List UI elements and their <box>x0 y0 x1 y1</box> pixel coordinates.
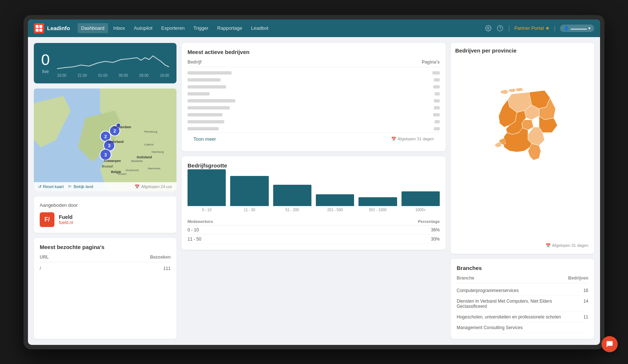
bar-51-200: 51 - 200 <box>273 185 311 212</box>
svg-text:Essen: Essen <box>118 172 126 176</box>
branch-count-0: 16 <box>584 288 588 293</box>
bar-0-10-bar <box>188 169 226 206</box>
bar-51-200-bar <box>273 185 311 206</box>
companies-card: Meest actieve bedrijven Bedrijf Pagina's <box>182 43 446 151</box>
live-number: 0 <box>41 52 50 68</box>
logo-icon <box>34 23 44 33</box>
svg-text:2: 2 <box>114 129 116 134</box>
branches-col-branch: Branche <box>457 275 474 281</box>
nav-autopilot[interactable]: Autopilot <box>130 23 156 33</box>
svg-rect-1 <box>39 25 42 28</box>
nav-inbox[interactable]: Inbox <box>110 23 129 33</box>
branch-row-2: Hogescholen, universiteiten en professio… <box>457 312 588 322</box>
table-row <box>188 69 440 76</box>
provinces-period: 📅 Afgelopen 31 dagen <box>455 240 590 249</box>
right-column: Bedrijven per provincie <box>451 43 594 339</box>
svg-text:Hannover: Hannover <box>148 167 161 170</box>
nav-menu: Dashboard Inbox Autopilot Exporteren Tri… <box>78 23 478 33</box>
user-avatar: 👤 <box>564 26 569 31</box>
help-icon[interactable] <box>496 25 504 32</box>
time-label-6: 16:00 <box>160 73 169 78</box>
branches-title: Branches <box>457 265 588 271</box>
provinces-title: Bedrijven per provincie <box>455 47 590 54</box>
nav-leadbot[interactable]: Leadbot <box>247 23 272 33</box>
branch-name-0: Computerprogrammeerservices <box>457 288 584 293</box>
table-row <box>188 90 440 97</box>
provider-title: Aangeboden door <box>40 202 171 208</box>
branches-card: Branches Branche Bedrijven Computerprogr… <box>451 259 594 339</box>
partner-portal-link[interactable]: Partner Portal ★ <box>514 25 550 31</box>
svg-text:Duitsland: Duitsland <box>137 155 152 159</box>
pages-table-row: / 111 <box>40 264 171 273</box>
map-footer: ↺ Reset kaart 🏳 Bekijk land 📅 Afgelopen … <box>34 182 176 191</box>
logo[interactable]: Leadinfo <box>34 23 70 33</box>
live-count: 0 live <box>41 52 50 74</box>
reset-icon: ↺ <box>38 184 42 189</box>
bar-11-50-label: 11 - 50 <box>244 208 255 212</box>
nav-trigger[interactable]: Trigger <box>190 23 212 33</box>
gear-icon[interactable] <box>485 25 492 32</box>
bar-table-header: Medewerkers Percentage <box>188 218 440 226</box>
branch-row-0: Computerprogrammeerservices 16 <box>457 285 588 296</box>
svg-text:Antwerpen: Antwerpen <box>104 159 121 163</box>
provider-logo: F/ <box>40 212 54 227</box>
branch-name-1: Diensten In Verband Met Computers, Niet … <box>457 299 584 309</box>
svg-text:Dortmund: Dortmund <box>126 169 139 172</box>
map-card: 2 2 3 3 Amsterdam Nederland <box>34 89 176 191</box>
svg-text:Brussel: Brussel <box>102 165 113 168</box>
svg-text:Bielefeld: Bielefeld <box>131 159 143 163</box>
provinces-card: Bedrijven per provincie <box>451 43 594 254</box>
show-more-link[interactable]: Toon meer <box>193 136 216 142</box>
svg-text:Nederland: Nederland <box>107 140 124 144</box>
provider-url[interactable]: fueld.nl <box>59 220 73 225</box>
flag-icon: 🏳 <box>68 184 72 189</box>
reset-map-link[interactable]: ↺ Reset kaart <box>38 184 64 189</box>
user-menu[interactable]: 👤 ▬▬▬▬ ▾ <box>560 25 594 32</box>
table-row <box>188 104 440 111</box>
pages-col-visits: Bezoeken <box>150 255 171 260</box>
user-name: ▬▬▬▬ <box>571 26 587 30</box>
chart-time-labels: 16:00 21:00 01:00 05:00 09:00 16:00 <box>57 73 169 78</box>
svg-text:Flensburg: Flensburg <box>144 130 157 133</box>
nav-dashboard[interactable]: Dashboard <box>78 23 108 33</box>
companies-col-company: Bedrijf <box>188 60 201 65</box>
nav-exporteren[interactable]: Exporteren <box>158 23 189 33</box>
table-row <box>188 76 440 83</box>
bar-chart-table: Medewerkers Percentage 0 - 10 36% 11 - 5… <box>188 218 440 244</box>
calendar-icon: 📅 <box>135 184 140 189</box>
branch-row-3: Management Consulting Services <box>457 322 588 333</box>
sparkline-container: 16:00 21:00 01:00 05:00 09:00 16:00 <box>57 48 169 78</box>
nav-divider: | <box>508 25 510 32</box>
bar-501-1000: 501 - 1000 <box>358 197 397 212</box>
companies-period: 📅 Afgelopen 31 dagen <box>391 137 434 141</box>
nav-rapportage[interactable]: Rapportage <box>214 23 246 33</box>
svg-text:Lübeck: Lübeck <box>144 143 154 146</box>
pages-title: Meest bezochte pagina's <box>40 244 171 250</box>
navbar: Leadinfo Dashboard Inbox Autopilot Expor… <box>28 19 600 37</box>
bar-201-500-bar <box>316 194 354 206</box>
row-1-label: 11 - 50 <box>188 237 201 242</box>
calendar-icon-2: 📅 <box>391 137 396 141</box>
nav-divider-2: | <box>554 25 556 32</box>
main-content: 0 live 16:00 21:00 01:00 05:00 09:00 <box>28 37 600 345</box>
svg-rect-0 <box>36 25 39 28</box>
bar-501-1000-label: 501 - 1000 <box>369 208 387 212</box>
bedrijfsgrootte-title: Bedrijfsgrootte <box>188 162 440 169</box>
branch-count-1: 14 <box>584 299 588 309</box>
companies-col-pages: Pagina's <box>422 60 440 65</box>
table-row <box>188 83 440 90</box>
row-0-pct: 36% <box>431 227 440 233</box>
svg-text:3: 3 <box>104 152 107 158</box>
view-country-link[interactable]: 🏳 Bekijk land <box>68 184 93 189</box>
time-label-5: 09:00 <box>139 73 149 78</box>
bar-201-500: 201 - 500 <box>316 194 354 212</box>
bar-0-10-label: 0 - 10 <box>202 208 211 212</box>
svg-rect-3 <box>39 29 42 32</box>
map-content[interactable]: 2 2 3 3 Amsterdam Nederland <box>34 89 176 191</box>
provider-card: Aangeboden door F/ Fueld fueld.nl <box>34 197 176 233</box>
chevron-down-icon: ▾ <box>588 26 590 31</box>
time-label-3: 01:00 <box>98 73 107 78</box>
svg-text:2: 2 <box>104 134 107 139</box>
table-row <box>188 118 440 125</box>
branches-table-header: Branche Bedrijven <box>457 275 588 283</box>
